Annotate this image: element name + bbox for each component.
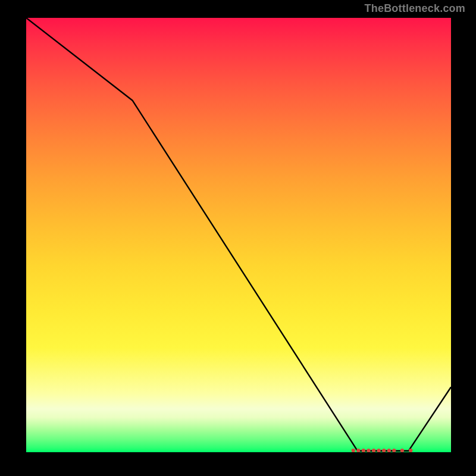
optimal-dot [352, 449, 355, 452]
bottleneck-curve-svg [26, 18, 451, 452]
plot-area [26, 18, 451, 452]
optimal-dot [387, 449, 391, 452]
optimal-dot [400, 449, 404, 452]
optimal-dot [356, 449, 360, 452]
attribution-text: TheBottleneck.com [365, 2, 465, 15]
optimal-dot [409, 449, 412, 452]
optimal-dot [367, 449, 370, 452]
optimal-dot [362, 449, 365, 452]
chart-container: TheBottleneck.com [0, 0, 476, 476]
optimal-dot [377, 449, 380, 452]
optimal-dot [372, 449, 375, 452]
bottleneck-curve [26, 18, 451, 451]
optimal-dot [382, 449, 386, 452]
optimal-dot [392, 449, 396, 452]
